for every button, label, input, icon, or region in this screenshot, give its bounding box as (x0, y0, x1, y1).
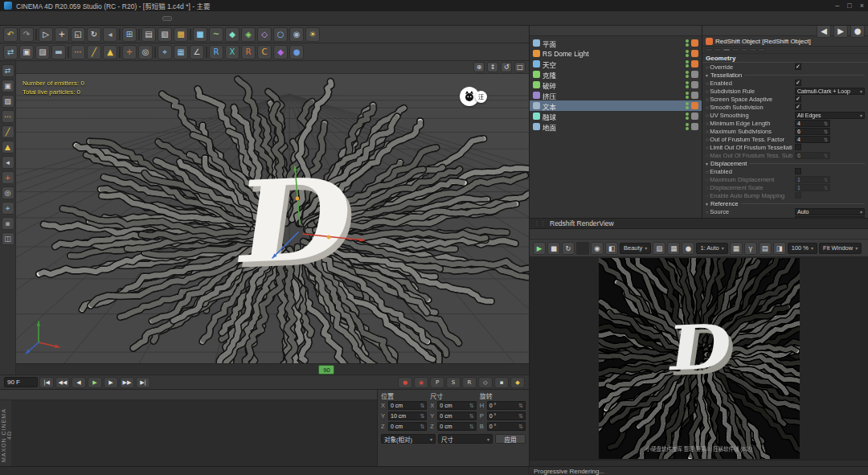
next-frame-button[interactable]: ▶ (104, 377, 118, 388)
quantize-icon[interactable]: ∠ (190, 45, 204, 59)
checkbox[interactable] (795, 63, 801, 70)
stop-render-icon[interactable]: ■ (547, 242, 560, 255)
rotation-b-field[interactable]: 0 °⇅ (487, 422, 526, 431)
dropdown[interactable]: Catmull-Clark + Loop▾ (795, 88, 865, 95)
number-field[interactable]: 1⇅ (795, 176, 830, 183)
visibility-dots[interactable] (686, 39, 689, 47)
menu-item[interactable] (555, 30, 561, 31)
menu-item[interactable] (19, 67, 26, 68)
tool-icon[interactable] (119, 47, 121, 58)
axis-mode-icon[interactable]: + (2, 171, 14, 184)
bucket-mode-icon[interactable]: ▦ (667, 242, 680, 255)
number-field[interactable]: 4⇅ (795, 120, 830, 127)
attribute-tab[interactable] (723, 48, 731, 51)
edges-mode-icon[interactable]: ╱ (87, 45, 101, 59)
attribute-tab[interactable] (714, 48, 722, 51)
compare-ab-icon[interactable]: ◧ (605, 242, 618, 255)
position-x-field[interactable]: 0 cm⇅ (388, 401, 427, 410)
gamma-icon[interactable]: γ (744, 242, 757, 255)
menu-item[interactable] (39, 17, 47, 20)
record-keyframe-icon[interactable]: ● (398, 377, 412, 388)
redo-icon[interactable]: ↷ (19, 27, 34, 42)
playhead[interactable]: 90 (318, 365, 334, 375)
move-tool-icon[interactable]: + (55, 27, 69, 42)
goto-start-button[interactable]: |◀ (39, 377, 54, 388)
menu-item[interactable] (162, 16, 172, 21)
object-tag-icon[interactable] (691, 123, 698, 130)
snapshot-icon[interactable]: ◉ (591, 242, 604, 255)
menu-item[interactable] (34, 67, 40, 68)
menu-item[interactable] (92, 17, 100, 20)
menu-item[interactable] (182, 17, 190, 20)
menu-item[interactable] (118, 17, 126, 20)
texture-mode-icon[interactable]: ▨ (2, 95, 14, 108)
checkbox[interactable] (795, 144, 801, 150)
number-field[interactable]: 6⇅ (795, 128, 830, 135)
realflow-icon[interactable]: R (209, 45, 223, 59)
live-selection-icon[interactable]: ▷ (39, 27, 53, 42)
menu-item[interactable] (190, 17, 199, 20)
points-mode-icon[interactable]: ⋯ (71, 45, 85, 59)
checkbox[interactable] (795, 96, 801, 102)
menu-item[interactable] (3, 17, 11, 20)
tool-icon[interactable] (154, 47, 156, 58)
render-region-icon[interactable]: ▧ (158, 27, 172, 42)
rendered-image[interactable] (599, 258, 800, 459)
menu-item[interactable] (48, 67, 55, 68)
plugin-icon[interactable]: ● (289, 45, 304, 59)
coordinate-mode-dropdown[interactable]: 尺寸▾ (438, 434, 493, 444)
render-view-icon[interactable]: ▤ (141, 27, 156, 42)
object-tag-icon[interactable] (691, 60, 698, 68)
timeline-ruler[interactable]: 90 (16, 363, 529, 375)
pan-view-icon[interactable]: ⊕ (473, 62, 485, 72)
visibility-dots[interactable] (686, 123, 689, 130)
tool-icon[interactable] (68, 47, 69, 58)
checkbox[interactable] (795, 192, 801, 199)
visibility-dots[interactable] (686, 60, 689, 68)
maximize-button[interactable]: □ (847, 2, 851, 10)
reference-group-header[interactable]: Reference (702, 199, 868, 207)
viewport-solo-icon[interactable]: ◎ (138, 45, 153, 59)
polygons-mode-icon[interactable]: ▲ (103, 45, 117, 59)
next-key-button[interactable]: ▶▶ (120, 377, 134, 388)
menu-item[interactable] (532, 233, 540, 235)
texture-mode-icon[interactable]: ▨ (35, 45, 50, 59)
attribute-tab[interactable] (740, 48, 748, 51)
object-row[interactable]: 融球 (530, 111, 702, 121)
renderview-titlebar[interactable]: ⋮⋮ Redshift RenderView (530, 219, 868, 229)
spline-pen-icon[interactable]: ~ (209, 27, 223, 42)
model-mode-icon[interactable]: ▣ (2, 80, 14, 92)
last-tool-icon[interactable]: ◂ (103, 27, 117, 42)
object-row[interactable]: 挤压 (530, 90, 702, 100)
deformer-icon[interactable]: ◇ (257, 27, 272, 42)
attribute-tab[interactable] (731, 48, 739, 51)
magic-plugin-icon[interactable]: ◆ (273, 45, 288, 59)
menu-item[interactable] (136, 17, 144, 20)
fit-dropdown[interactable]: Fit Window▾ (819, 243, 862, 254)
tessellation-group-header[interactable]: Tessellation (702, 71, 868, 79)
tool-icon[interactable] (138, 29, 140, 40)
object-row[interactable]: 破碎 (530, 80, 702, 90)
close-button[interactable]: × (860, 2, 864, 10)
grid-overlay-icon[interactable]: ▦ (730, 242, 743, 255)
visibility-dots[interactable] (686, 102, 689, 109)
goto-end-button[interactable]: ▶| (136, 377, 150, 388)
parameter-key-icon[interactable]: ◇ (478, 377, 493, 388)
menu-item[interactable] (65, 17, 73, 20)
attribute-tab[interactable] (749, 48, 757, 51)
menu-item[interactable] (145, 17, 153, 20)
scale-tool-icon[interactable]: ◱ (71, 27, 85, 42)
aov-dropdown[interactable]: Beauty▾ (620, 243, 651, 254)
lock-icon[interactable]: ● (850, 26, 865, 38)
object-tag-icon[interactable] (691, 113, 698, 120)
menu-item[interactable] (154, 17, 162, 20)
environment-icon[interactable]: ○ (273, 27, 288, 42)
menu-item[interactable] (27, 67, 33, 68)
menu-item[interactable] (83, 17, 91, 20)
position-y-field[interactable]: 10 cm⇅ (388, 412, 427, 420)
tweak-mode-icon[interactable]: ◂ (2, 156, 14, 169)
menu-item[interactable] (100, 17, 108, 20)
menu-item[interactable] (173, 17, 181, 20)
menu-item[interactable] (547, 30, 554, 31)
menu-item[interactable] (540, 30, 547, 31)
